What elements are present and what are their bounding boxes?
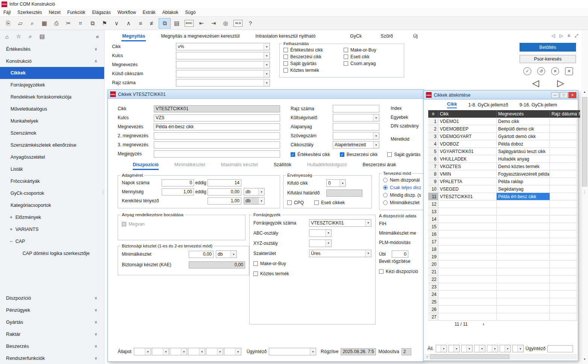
cikk-cell[interactable]: VPALETTA (438, 178, 497, 185)
tree-toggle-icon[interactable]: − (10, 239, 15, 244)
megnevezes-cell[interactable] (497, 306, 550, 313)
menu-item[interactable]: Fájl (0, 10, 14, 15)
sidebar-item[interactable]: + Előzmények (0, 211, 104, 223)
sidebar-item[interactable]: Szerszámok (0, 127, 104, 139)
xyz-combo[interactable] (309, 240, 332, 247)
koztes-termek-checkbox[interactable]: Köztes termék (253, 270, 289, 277)
rajz-datum-cell[interactable] (550, 163, 577, 170)
detail-tab[interactable]: Hulladékfeldolgozó (307, 162, 347, 170)
checkbox-icon[interactable] (291, 152, 295, 157)
table-row[interactable]: 18 (428, 246, 576, 253)
usage-checkbox[interactable]: Saját gyártás (283, 60, 344, 67)
megnevezes-cell[interactable]: Sajátgyártású teszt cikk (497, 148, 550, 155)
cikk-cell[interactable] (438, 238, 497, 246)
radio-icon[interactable] (383, 185, 388, 190)
status-combo[interactable] (170, 348, 187, 355)
extra-cell[interactable] (577, 313, 580, 321)
cards-view-icon[interactable]: ⧉ (159, 18, 171, 29)
print-icon[interactable]: ⎙ (50, 18, 62, 29)
extra-cell[interactable] (577, 208, 580, 215)
kezi-diszpozicio-checkbox[interactable]: Kézi diszpozíció (379, 268, 424, 275)
cikk-cell[interactable] (438, 261, 497, 268)
filter-combo[interactable] (512, 345, 524, 352)
extra-cell[interactable] (577, 118, 580, 125)
extra-cell[interactable] (577, 306, 580, 313)
help-icon[interactable]: ? (244, 18, 256, 29)
cancel-icon[interactable]: ✕ (551, 67, 559, 75)
extra-cell[interactable] (577, 253, 580, 261)
minimalkeszlet-input[interactable]: 0,00 (189, 251, 214, 258)
table-row[interactable]: 5 VGYARTCIKK01 Sajátgyártású teszt cikk (428, 148, 576, 155)
napok-eddig-input[interactable]: 14 (208, 179, 241, 187)
menu-item[interactable]: Nézet (45, 10, 64, 15)
rajz-datum-cell[interactable] (550, 231, 577, 238)
table-row[interactable]: 1 VDEMO1 Demo cikk (428, 118, 576, 125)
chevron-down-icon[interactable]: ∨ (111, 18, 123, 29)
xls-icon[interactable]: XLS (233, 20, 242, 27)
detail-tab[interactable]: Diszpozíció (133, 162, 159, 170)
checkbox-icon[interactable] (253, 261, 258, 266)
megnevezes-cell[interactable]: Segédanyag (497, 185, 550, 193)
extra-cell[interactable] (577, 231, 580, 238)
search-combo[interactable] (176, 79, 270, 86)
checkbox-icon[interactable] (283, 55, 288, 59)
megnevezes-cell[interactable] (497, 238, 550, 246)
rajz-datum-cell[interactable] (550, 223, 577, 231)
sidebar-item[interactable]: Munkahelyek (0, 115, 104, 127)
extra-cell[interactable] (577, 170, 580, 178)
ubl-input[interactable]: 0 (392, 250, 408, 258)
search-combo[interactable] (176, 61, 270, 68)
text-input[interactable] (154, 141, 280, 149)
cikk-cell[interactable] (438, 268, 497, 276)
forward-icon[interactable]: ▷ (559, 33, 563, 38)
column-header[interactable]: R (577, 110, 580, 118)
list-view-icon[interactable]: ▤ (171, 18, 183, 29)
scroll-left-icon[interactable]: ‹ (424, 355, 430, 359)
mennyiseg-input[interactable]: 1,00 (162, 188, 194, 196)
tervezes-radio[interactable]: Csak teljes disz (383, 184, 424, 191)
megnevezes-cell[interactable] (497, 215, 550, 223)
search-tab[interactable]: GyCk (349, 31, 362, 41)
extra-cell[interactable] (577, 238, 580, 246)
rajz-datum-cell[interactable] (550, 276, 577, 283)
extra-cell[interactable] (577, 125, 580, 133)
arrow-in-icon[interactable]: ⇥ (208, 18, 220, 29)
filter-combo[interactable] (487, 345, 498, 352)
sidebar-item[interactable]: Szerszámkészletek ellenőrzése (0, 139, 104, 151)
extra-cell[interactable] (577, 283, 580, 291)
sidebar-item[interactable]: Gyártás ∨ (0, 316, 104, 328)
menu-icon[interactable]: ≡ (428, 110, 438, 118)
extra-cell[interactable] (577, 148, 580, 155)
sidebar-item[interactable]: Pénzügyek ∨ (0, 304, 104, 316)
search-tab[interactable]: Szűrő (380, 31, 394, 41)
sidebar-item[interactable]: CAP döntési logika szerkesztője (0, 247, 104, 259)
extra-cell[interactable] (577, 261, 580, 268)
filter-combo[interactable] (436, 345, 447, 352)
home-icon[interactable]: ⌂ (5, 33, 9, 40)
rajz-datum-cell[interactable] (550, 140, 577, 148)
cikk-cell[interactable] (438, 298, 497, 306)
extra-cell[interactable] (577, 185, 580, 193)
cut-icon[interactable]: ✂ (62, 18, 74, 29)
napok-input[interactable]: 0 (162, 179, 194, 187)
refresh-icon[interactable]: ↺ (537, 67, 545, 75)
forrasjegyzek-combo[interactable]: VTESZTCIKK01 (309, 219, 371, 227)
detail-tab[interactable]: Szállítók (274, 162, 291, 170)
megnevezes-cell[interactable] (497, 223, 550, 231)
checkbox-icon[interactable] (340, 152, 344, 157)
page-prev-icon[interactable]: ‹ (483, 322, 484, 327)
search-combo[interactable] (176, 70, 270, 77)
sidebar-item[interactable]: + VARIANTS (0, 223, 104, 235)
extra-cell[interactable] (577, 215, 580, 223)
unit-combo[interactable]: db (216, 250, 237, 258)
table-row[interactable]: 26 (428, 306, 576, 313)
megnevezes-cell[interactable]: Gyártott demó cikk (497, 133, 550, 140)
checkbox-icon[interactable] (344, 61, 348, 66)
star-icon[interactable]: ☆ (16, 33, 21, 40)
checkbox-icon[interactable] (283, 61, 288, 66)
cikk-cell[interactable]: VSEGED (438, 185, 497, 193)
flag-icon[interactable]: ⚑ (99, 18, 111, 29)
table-row[interactable]: 2 VDEMOBEEP Beépülő demo cik (428, 125, 576, 133)
rajz-datum-cell[interactable] (550, 246, 577, 253)
status-combo[interactable] (224, 348, 241, 355)
